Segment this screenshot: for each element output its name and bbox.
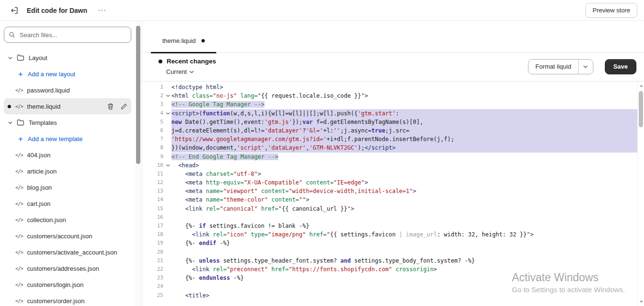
fold-toggle[interactable] xyxy=(164,161,171,170)
recent-changes-dot xyxy=(158,60,162,63)
code-line-text xyxy=(171,213,637,222)
line-number: 19 xyxy=(142,239,164,247)
scroll-down-arrow[interactable] xyxy=(638,298,644,305)
sidebar: Layout+Add a new layout</>password.liqui… xyxy=(0,21,135,306)
more-menu-button[interactable]: ⋯ xyxy=(95,6,110,14)
fold-spacer xyxy=(164,282,171,291)
code-line-text: <!-- Google Tag Manager --> xyxy=(171,100,637,109)
code-line-9[interactable]: 9<!-- End Google Tag Manager --> xyxy=(142,153,637,161)
code-file-icon: </> xyxy=(15,250,23,255)
file-item-customers-account-json[interactable]: </>customers/account.json xyxy=(4,228,131,244)
code-line-text: <!-- End Google Tag Manager --> xyxy=(171,153,637,161)
unsaved-changes-dot xyxy=(201,39,205,42)
file-item-cart-json[interactable]: </>cart.json xyxy=(4,195,131,212)
line-number: 22 xyxy=(142,265,164,274)
line-number: 7 xyxy=(142,135,164,143)
code-line-text: new Date().getTime(),event:'gtm.js'});va… xyxy=(171,118,637,126)
editor-main: theme.liquid Recent changes Current xyxy=(142,21,644,306)
code-line-12[interactable]: 12 <meta http-equiv="X-UA-Compatible" co… xyxy=(142,178,637,187)
folder-item-layout[interactable]: Layout xyxy=(4,50,131,66)
code-line-text: {%- endunless -%} xyxy=(171,274,637,282)
file-tree: Layout+Add a new layout</>password.liqui… xyxy=(0,50,135,306)
file-item-customers-login-json[interactable]: </>customers/login.json xyxy=(4,276,131,293)
fold-spacer xyxy=(164,291,171,300)
version-dropdown[interactable]: Current xyxy=(166,68,194,75)
fold-spacer xyxy=(164,239,171,247)
search-input[interactable] xyxy=(4,27,131,43)
code-line-5[interactable]: 5new Date().getTime(),event:'gtm.js'});v… xyxy=(142,118,637,126)
chevron-down-icon xyxy=(190,71,194,73)
code-line-4[interactable]: 4<script>(function(w,d,s,l,i){w[l]=w[l]|… xyxy=(142,109,637,118)
code-lines: 1<!doctype html>2<html class="no-js" lan… xyxy=(142,83,637,300)
code-line-13[interactable]: 13 <meta name="viewport" content="width=… xyxy=(142,187,637,195)
code-line-text: <meta http-equiv="X-UA-Compatible" conte… xyxy=(171,178,637,187)
editor-scrollbar[interactable] xyxy=(637,82,644,306)
code-line-11[interactable]: 11 <meta charset="utf-8"> xyxy=(142,170,637,178)
code-line-25[interactable]: 25 <title> xyxy=(142,291,637,300)
edit-icon[interactable] xyxy=(120,103,127,110)
delete-icon[interactable] xyxy=(107,103,114,110)
fold-toggle[interactable] xyxy=(164,109,171,118)
file-item-article-json[interactable]: </>article.json xyxy=(4,163,131,179)
tab-theme-liquid[interactable]: theme.liquid xyxy=(151,34,216,53)
editor-wrap: 1<!doctype html>2<html class="no-js" lan… xyxy=(142,82,644,306)
recent-changes: Recent changes xyxy=(158,58,216,65)
add-link-add-a-new-layout[interactable]: +Add a new layout xyxy=(4,66,131,82)
file-item-password-liquid[interactable]: </>password.liquid xyxy=(4,82,131,98)
line-number: 3 xyxy=(142,100,164,109)
code-line-7[interactable]: 7'https://www.googletagmanager.com/gtm.j… xyxy=(142,135,637,143)
code-line-17[interactable]: 17 {%- if settings.favicon != blank -%} xyxy=(142,222,637,230)
fold-toggle[interactable] xyxy=(164,92,171,100)
tree-item-label: collection.json xyxy=(27,216,66,224)
sidebar-scrollbar-thumb[interactable] xyxy=(136,26,140,164)
file-item-theme-liquid[interactable]: </>theme.liquid xyxy=(4,98,131,114)
format-liquid-dropdown[interactable] xyxy=(579,60,593,74)
code-line-10[interactable]: 10 <head> xyxy=(142,161,637,170)
selection-highlight: <!-- Google Tag Manager --> xyxy=(171,101,264,108)
save-button[interactable]: Save xyxy=(605,59,636,74)
code-line-24[interactable]: 24 xyxy=(142,282,637,291)
code-line-23[interactable]: 23 {%- endunless -%} xyxy=(142,274,637,282)
code-line-18[interactable]: 18 <link rel="icon" type="image/png" hre… xyxy=(142,230,637,239)
tree-item-label: customers/activate_account.json xyxy=(27,249,117,256)
exit-button[interactable] xyxy=(7,3,22,18)
page-title: Edit code for Dawn xyxy=(27,7,87,14)
code-line-8[interactable]: 8})(window,document,'script','dataLayer'… xyxy=(142,143,637,152)
code-line-21[interactable]: 21 {%- unless settings.type_header_font.… xyxy=(142,256,637,265)
code-line-6[interactable]: 6j=d.createElement(s),dl=l!='dataLayer'?… xyxy=(142,126,637,135)
line-number: 12 xyxy=(142,178,164,187)
file-item-customers-addresses-json[interactable]: </>customers/addresses.json xyxy=(4,260,131,276)
code-file-icon: </> xyxy=(15,234,23,239)
code-line-text: <!doctype html> xyxy=(171,83,637,92)
code-line-22[interactable]: 22 <link rel="preconnect" href="https://… xyxy=(142,265,637,274)
code-line-14[interactable]: 14 <meta name="theme-color" content=""> xyxy=(142,195,637,204)
code-line-3[interactable]: 3<!-- Google Tag Manager --> xyxy=(142,100,637,109)
line-number: 13 xyxy=(142,187,164,195)
file-item-customers-activate-account-json[interactable]: </>customers/activate_account.json xyxy=(4,244,131,260)
fold-spacer xyxy=(164,195,171,204)
code-line-16[interactable]: 16 xyxy=(142,213,637,222)
folder-item-templates[interactable]: Templates xyxy=(4,114,131,131)
modified-dot-slot xyxy=(8,105,15,108)
line-number: 6 xyxy=(142,126,164,135)
scroll-up-arrow[interactable] xyxy=(638,82,644,89)
fold-spacer xyxy=(164,230,171,239)
code-line-text: <html class="no-js" lang="{{ request.loc… xyxy=(171,92,637,100)
code-editor[interactable]: 1<!doctype html>2<html class="no-js" lan… xyxy=(142,82,637,306)
file-item-customers-order-json[interactable]: </>customers/order.json xyxy=(4,293,131,306)
file-item-404-json[interactable]: </>404.json xyxy=(4,147,131,163)
format-liquid-button[interactable]: Format liquid xyxy=(528,60,578,74)
file-item-collection-json[interactable]: </>collection.json xyxy=(4,212,131,228)
editor-scrollbar-thumb[interactable] xyxy=(639,91,643,127)
code-line-19[interactable]: 19 {%- endif -%} xyxy=(142,239,637,247)
code-line-1[interactable]: 1<!doctype html> xyxy=(142,83,637,92)
code-line-20[interactable]: 20 xyxy=(142,248,637,256)
file-item-blog-json[interactable]: </>blog.json xyxy=(4,179,131,195)
sidebar-scrollbar[interactable] xyxy=(135,21,142,306)
code-file-icon: </> xyxy=(15,266,23,271)
add-link-add-a-new-template[interactable]: +Add a new template xyxy=(4,131,131,147)
code-line-15[interactable]: 15 <link rel="canonical" href="{{ canoni… xyxy=(142,204,637,213)
code-line-2[interactable]: 2<html class="no-js" lang="{{ request.lo… xyxy=(142,92,637,100)
preview-store-button[interactable]: Preview store xyxy=(585,3,637,18)
fold-spacer xyxy=(164,135,171,143)
